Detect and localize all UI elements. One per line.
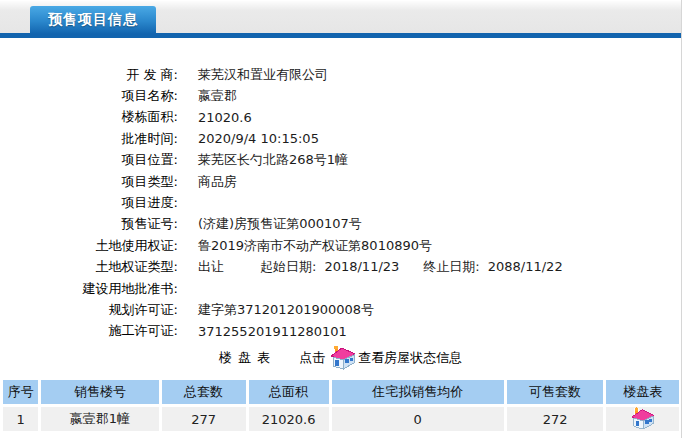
field-value: 建字第371201201900008号 — [178, 301, 374, 319]
field-project-name: 项目名称: 嬴壹郡 — [0, 85, 681, 106]
col-total-units: 总套数 — [162, 380, 246, 404]
col-total-area: 总面积 — [249, 380, 329, 404]
col-loupan: 楼盘表 — [606, 380, 679, 404]
cell-sellable-units: 272 — [507, 407, 604, 431]
field-label: 项目位置: — [0, 151, 178, 169]
field-approve-time: 批准时间: 2020/9/4 10:15:05 — [0, 128, 681, 149]
view-status-label: 查看房屋状态信息 — [358, 349, 462, 367]
field-land-cert-type: 土地权证类型: 出让起始日期:2018/11/23终止日期:2088/11/22 — [0, 257, 681, 278]
field-progress: 项目进度: — [0, 192, 681, 213]
field-value: 嬴壹郡 — [178, 87, 237, 105]
table-header-row: 序号 销售楼号 总套数 总面积 住宅拟销售均价 可售套数 楼盘表 — [3, 380, 679, 404]
field-label: 土地使用权证: — [0, 237, 178, 255]
field-label: 施工许可证: — [0, 322, 178, 340]
field-label: 项目进度: — [0, 194, 178, 212]
cell-total-area: 21020.6 — [249, 407, 329, 431]
field-value: 371255201911280101 — [178, 324, 347, 339]
presale-project-page: 预售项目信息 开 发 商: 莱芜汉和置业有限公司 项目名称: 嬴壹郡 楼栋面积:… — [0, 0, 682, 438]
field-value: (济建)房预售证第000107号 — [178, 215, 362, 233]
col-building: 销售楼号 — [41, 380, 158, 404]
field-label: 建设用地批准书: — [0, 280, 178, 298]
field-value: 鲁2019济南市不动产权证第8010890号 — [178, 237, 432, 255]
field-value: 2020/9/4 10:15:05 — [178, 131, 319, 146]
field-land-approval: 建设用地批准书: — [0, 278, 681, 299]
tab-presale-project-info[interactable]: 预售项目信息 — [30, 6, 156, 34]
cell-total-units: 277 — [162, 407, 246, 431]
field-label: 土地权证类型: — [0, 258, 178, 276]
table-row: 1 嬴壹郡1幢 277 21020.6 0 272 — [3, 407, 679, 431]
field-value: 莱芜汉和置业有限公司 — [178, 66, 328, 84]
house-icon[interactable] — [606, 407, 679, 431]
start-date-label: 起始日期: — [260, 259, 316, 274]
loupan-title: 楼 盘 表 — [219, 349, 271, 367]
field-value: 21020.6 — [178, 110, 252, 125]
project-info-form: 开 发 商: 莱芜汉和置业有限公司 项目名称: 嬴壹郡 楼栋面积: 21020.… — [0, 38, 681, 342]
start-date-value: 2018/11/23 — [324, 259, 399, 274]
end-date-label: 终止日期: — [423, 259, 479, 274]
field-project-type: 项目类型: 商品房 — [0, 171, 681, 192]
col-sellable-units: 可售套数 — [507, 380, 604, 404]
loupan-link-line: 楼 盘 表 点击 查看房屋状态信息 — [0, 344, 681, 372]
field-developer: 开 发 商: 莱芜汉和置业有限公司 — [0, 64, 681, 85]
cell-building: 嬴壹郡1幢 — [41, 407, 158, 431]
field-label: 项目名称: — [0, 87, 178, 105]
field-label: 批准时间: — [0, 130, 178, 148]
header-bar: 预售项目信息 — [0, 0, 681, 33]
field-value: 出让起始日期:2018/11/23终止日期:2088/11/22 — [178, 258, 563, 276]
field-label: 规划许可证: — [0, 301, 178, 319]
field-value: 商品房 — [178, 173, 237, 191]
col-avg-price: 住宅拟销售均价 — [332, 380, 504, 404]
field-construction-permit: 施工许可证: 371255201911280101 — [0, 321, 681, 342]
field-label: 预售证号: — [0, 215, 178, 233]
field-label: 楼栋面积: — [0, 108, 178, 126]
field-building-area: 楼栋面积: 21020.6 — [0, 107, 681, 128]
field-label: 项目类型: — [0, 173, 178, 191]
col-seq: 序号 — [3, 380, 38, 404]
sales-buildings-table: 序号 销售楼号 总套数 总面积 住宅拟销售均价 可售套数 楼盘表 1 嬴壹郡1幢… — [0, 377, 682, 434]
field-presale-cert: 预售证号: (济建)房预售证第000107号 — [0, 214, 681, 235]
field-location: 项目位置: 莱芜区长勺北路268号1幢 — [0, 150, 681, 171]
field-planning-permit: 规划许可证: 建字第371201201900008号 — [0, 299, 681, 320]
field-value: 莱芜区长勺北路268号1幢 — [178, 151, 348, 169]
field-land-use-cert: 土地使用权证: 鲁2019济南市不动产权证第8010890号 — [0, 235, 681, 256]
end-date-value: 2088/11/22 — [488, 259, 563, 274]
tab-label: 预售项目信息 — [48, 11, 138, 29]
click-label: 点击 — [299, 349, 325, 367]
cell-avg-price: 0 — [332, 407, 504, 431]
field-label: 开 发 商: — [0, 66, 178, 84]
land-cert-type-value: 出让 — [198, 259, 224, 274]
house-icon[interactable] — [330, 345, 356, 371]
cell-seq: 1 — [3, 407, 38, 431]
